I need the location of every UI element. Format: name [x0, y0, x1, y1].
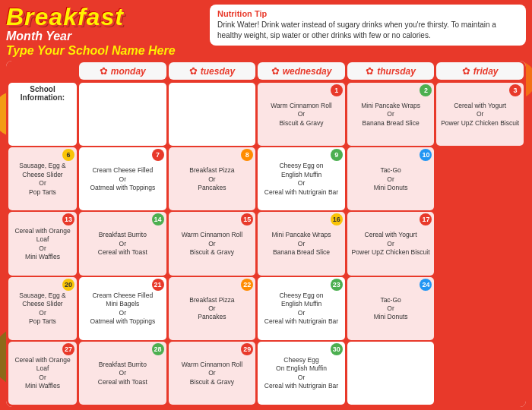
- cell-text-mon-13: Cereal with Orange LoafOrMini Waffles: [11, 227, 74, 262]
- day-num-30: 30: [331, 343, 343, 355]
- header: Breakfast Month Year Type Your School Na…: [6, 5, 526, 58]
- breakfast-title: Breakfast: [6, 5, 204, 29]
- cell-text-mon-6: Sausage, Egg &Cheese SliderOrPop Tarts: [19, 162, 65, 197]
- day-num-10: 10: [420, 149, 432, 161]
- cell-mon-20: 20 Sausage, Egg &Cheese SliderOrPop Tart…: [8, 277, 77, 340]
- day-name-monday: monday: [111, 66, 146, 77]
- day-num-23: 23: [331, 279, 343, 291]
- day-num-14: 14: [152, 213, 164, 226]
- cell-tue-7: 7 Cream Cheese FilledOrOatmeal with Topp…: [79, 147, 166, 210]
- cell-text-thu-30: Cheesy EggOn English MuffinOrCereal with…: [264, 356, 338, 391]
- day-header-monday: ✿ monday: [79, 62, 166, 80]
- cal-row-2: 6 Sausage, Egg &Cheese SliderOrPop Tarts…: [8, 147, 524, 210]
- day-num-1: 1: [331, 84, 343, 96]
- cell-text-wed-8: Breakfast PizzaOrPancakes: [189, 166, 234, 192]
- day-header-tuesday: ✿ tuesday: [169, 62, 256, 80]
- cell-wed-8: 8 Breakfast PizzaOrPancakes: [169, 147, 256, 210]
- snowflake-monday: ✿: [100, 65, 108, 77]
- day-header-wednesday: ✿ wednesday: [258, 62, 345, 80]
- cell-text-tue-21: Cream Cheese FilledMini BagelsOrOatmeal …: [90, 292, 155, 326]
- cell-text-mon-27: Cereal with Orange LoafOrMini Waffles: [11, 356, 74, 391]
- cell-wed-15: 15 Warm Cinnamon RollOrBiscuit & Gravy: [169, 212, 256, 275]
- cell-thu-16: 16 Mini Pancake WrapsOrBanana Bread Slic…: [258, 212, 345, 275]
- cell-text-fri-10: Tac-GoOrMini Donuts: [374, 166, 408, 192]
- cell-text-wed-22: Breakfast PizzaOrPancakes: [189, 296, 234, 322]
- nutrition-tip-title: Nutrition Tip: [217, 9, 518, 18]
- day-num-2: 2: [420, 84, 432, 96]
- day-name-thursday: thursday: [377, 66, 416, 77]
- cell-fri-24: 24 Tac-GoOrMini Donuts: [347, 277, 435, 340]
- cell-text-wed-1: Warm Cinnamon RollOrBiscuit & Gravy: [271, 102, 331, 128]
- cal-row-1: School Information: 1 Warm Cinnamon Roll…: [8, 83, 524, 146]
- school-name: Type Your School Name Here: [6, 44, 204, 58]
- cell-mon-6: 6 Sausage, Egg &Cheese SliderOrPop Tarts: [8, 147, 77, 210]
- cell-fri-10: 10 Tac-GoOrMini Donuts: [347, 147, 435, 210]
- cell-text-wed-29: Warm Cinnamon RollOrBiscuit & Gravy: [182, 361, 242, 386]
- cell-text-tue-28: Breakfast BurritoOrCereal with Toast: [98, 361, 147, 386]
- cell-text-thu-23: Cheesy Egg onEnglish MuffinOrCereal with…: [264, 292, 338, 326]
- cell-text-thu-2: Mini Pancake WrapsOrBanana Bread Slice: [361, 102, 420, 128]
- cell-tue-21: 21 Cream Cheese FilledMini BagelsOrOatme…: [79, 277, 166, 340]
- snowflake-friday: ✿: [462, 65, 470, 77]
- cell-text-thu-16: Mini Pancake WrapsOrBanana Bread Slice: [272, 231, 331, 257]
- day-num-7: 7: [152, 149, 164, 161]
- calendar: ✿ monday ✿ tuesday ✿ wednesday ✿ thursda…: [6, 61, 526, 407]
- cell-fri-17: 17 Cereal with YogurtOrPower UpZ Chicken…: [347, 212, 435, 275]
- day-num-16: 16: [331, 213, 343, 226]
- snowflake-tuesday: ✿: [189, 65, 198, 77]
- cell-fri-3: 3 Cereal with YogurtOrPower UpZ Chicken …: [436, 83, 524, 146]
- cell-thu-30: 30 Cheesy EggOn English MuffinOrCereal w…: [258, 342, 345, 405]
- day-num-8: 8: [241, 149, 253, 161]
- cell-thu-2: 2 Mini Pancake WrapsOrBanana Bread Slice: [347, 83, 435, 146]
- calendar-body: School Information: 1 Warm Cinnamon Roll…: [6, 81, 526, 407]
- cell-text-tue-7: Cream Cheese FilledOrOatmeal with Toppin…: [90, 166, 155, 192]
- day-name-friday: friday: [473, 66, 499, 77]
- day-num-17: 17: [420, 213, 432, 226]
- cell-wed-1: 1 Warm Cinnamon RollOrBiscuit & Gravy: [258, 83, 345, 146]
- month-year: Month Year: [6, 30, 204, 43]
- day-num-3: 3: [509, 84, 521, 96]
- day-num-22: 22: [241, 279, 253, 291]
- school-info-cell: School Information:: [8, 83, 77, 146]
- cell-text-fri-17: Cereal with YogurtOrPower UpZ Chicken Bi…: [352, 231, 430, 257]
- cal-row-4: 20 Sausage, Egg &Cheese SliderOrPop Tart…: [8, 277, 524, 340]
- day-headers: ✿ monday ✿ tuesday ✿ wednesday ✿ thursda…: [6, 61, 526, 81]
- day-num-6: 6: [62, 149, 74, 161]
- cell-text-thu-9: Cheesy Egg onEnglish MuffinOrCereal with…: [264, 162, 338, 197]
- nutrition-tip-text: Drink Water! Drink water instead of suga…: [217, 20, 518, 41]
- cell-fri-empty: [347, 342, 435, 405]
- day-header-thursday: ✿ thursday: [347, 62, 435, 80]
- cell-text-fri-24: Tac-GoOrMini Donuts: [374, 296, 408, 322]
- cell-text-mon-20: Sausage, Egg &Cheese SliderOrPop Tarts: [19, 292, 65, 326]
- cell-text-wed-15: Warm Cinnamon RollOrBiscuit & Gravy: [182, 231, 242, 257]
- day-name-wednesday: wednesday: [283, 66, 332, 77]
- cell-wed-22: 22 Breakfast PizzaOrPancakes: [169, 277, 256, 340]
- day-num-21: 21: [152, 279, 164, 291]
- snowflake-wednesday: ✿: [271, 65, 280, 77]
- cell-tue-14: 14 Breakfast BurritoOrCereal with Toast: [79, 212, 166, 275]
- cal-row-5: 27 Cereal with Orange LoafOrMini Waffles…: [8, 342, 524, 405]
- nutrition-tip-box: Nutrition Tip Drink Water! Drink water i…: [210, 5, 526, 46]
- cell-thu-9: 9 Cheesy Egg onEnglish MuffinOrCereal wi…: [258, 147, 345, 210]
- day-num-20: 20: [62, 279, 74, 291]
- day-num-13: 13: [62, 213, 74, 226]
- cell-mon-13: 13 Cereal with Orange LoafOrMini Waffles: [8, 212, 77, 275]
- day-num-28: 28: [152, 343, 164, 355]
- cell-text-fri-3: Cereal with YogurtOrPower UpZ Chicken Bi…: [441, 102, 519, 128]
- school-info-label: School Information:: [11, 85, 74, 102]
- cell-empty-mon1: [79, 83, 166, 146]
- snowflake-thursday: ✿: [366, 65, 374, 77]
- day-num-29: 29: [241, 343, 253, 355]
- header-left: Breakfast Month Year Type Your School Na…: [6, 5, 204, 58]
- cell-text-tue-14: Breakfast BurritoOrCereal with Toast: [98, 231, 147, 257]
- day-header-friday: ✿ friday: [436, 62, 524, 80]
- cell-wed-29: 29 Warm Cinnamon RollOrBiscuit & Gravy: [169, 342, 256, 405]
- cell-tue-28: 28 Breakfast BurritoOrCereal with Toast: [79, 342, 166, 405]
- cell-thu-23: 23 Cheesy Egg onEnglish MuffinOrCereal w…: [258, 277, 345, 340]
- day-name-tuesday: tuesday: [201, 66, 235, 77]
- day-num-24: 24: [420, 279, 432, 291]
- cell-mon-27: 27 Cereal with Orange LoafOrMini Waffles: [8, 342, 77, 405]
- day-num-15: 15: [241, 213, 253, 226]
- day-num-9: 9: [331, 149, 343, 161]
- cal-row-3: 13 Cereal with Orange LoafOrMini Waffles…: [8, 212, 524, 275]
